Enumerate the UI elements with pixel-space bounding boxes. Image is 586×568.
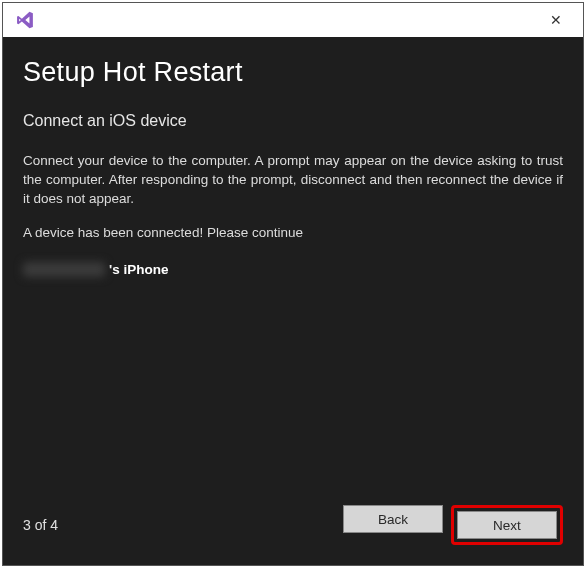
device-name-suffix: 's iPhone <box>109 262 168 277</box>
instructions-text: Connect your device to the computer. A p… <box>23 152 563 209</box>
next-button[interactable]: Next <box>457 511 557 539</box>
close-icon: ✕ <box>550 12 562 28</box>
page-title: Setup Hot Restart <box>23 57 563 88</box>
page-indicator: 3 of 4 <box>23 517 58 533</box>
button-group: Back Next <box>343 505 563 545</box>
footer: 3 of 4 Back Next <box>23 505 563 545</box>
titlebar: ✕ <box>3 3 583 37</box>
close-button[interactable]: ✕ <box>541 5 571 35</box>
visual-studio-logo-icon <box>15 9 37 31</box>
highlight-annotation: Next <box>451 505 563 545</box>
subtitle: Connect an iOS device <box>23 112 563 130</box>
content-area: Setup Hot Restart Connect an iOS device … <box>3 37 583 565</box>
device-entry: 's iPhone <box>23 262 563 277</box>
dialog-window: ✕ Setup Hot Restart Connect an iOS devic… <box>2 2 584 566</box>
redacted-owner-name <box>23 262 105 277</box>
back-button[interactable]: Back <box>343 505 443 533</box>
status-text: A device has been connected! Please cont… <box>23 225 563 240</box>
